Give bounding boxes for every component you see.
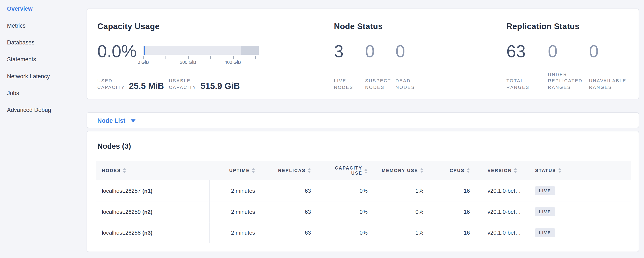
node-id: (n2): [142, 208, 152, 215]
memory-use-cell: 0%: [370, 201, 426, 222]
capacity-gauge-used-marker: [144, 46, 145, 55]
cpus-cell: 16: [426, 222, 472, 243]
total-ranges-count: 63: [506, 42, 548, 61]
cpus-cell: 16: [426, 201, 472, 222]
status-badge: LIVE: [535, 186, 555, 195]
dead-nodes-count: 0: [396, 42, 405, 61]
gauge-tick: [188, 56, 189, 59]
column-header-capacity-use[interactable]: CAPACITY USE: [314, 166, 370, 175]
uptime-cell: 2 minutes: [210, 180, 258, 201]
uptime-cell: 2 minutes: [210, 222, 258, 243]
suspect-nodes-label: SUSPECT NODES: [365, 78, 396, 91]
column-header-nodes[interactable]: NODES: [96, 168, 210, 173]
capacity-usage-section: Capacity Usage 0.0% 0 GiB200 GiB400 GiB …: [98, 21, 334, 99]
node-id: (n3): [142, 229, 152, 236]
gauge-tick: [143, 56, 144, 59]
sidebar-item-overview[interactable]: Overview: [7, 1, 87, 17]
column-header-version[interactable]: VERSION: [472, 168, 534, 173]
used-capacity-value: 25.5 MiB: [129, 81, 164, 91]
cluster-overview-page: Overview Metrics Databases Statements Ne…: [0, 0, 644, 258]
capacity-gauge-labels: 0 GiB200 GiB400 GiB: [143, 59, 259, 65]
status-cell: LIVE: [534, 180, 631, 201]
status-badge: LIVE: [535, 228, 555, 237]
unavailable-ranges-label: UNAVAILABLE RANGES: [589, 78, 626, 91]
sidebar-item-databases[interactable]: Databases: [7, 34, 87, 51]
sidebar: Overview Metrics Databases Statements Ne…: [0, 0, 86, 258]
gauge-tick-label: 200 GiB: [180, 60, 196, 65]
replication-status-section: Replication Status 63 0 0 TOTAL RANGES U…: [506, 21, 628, 99]
sort-icon: [558, 168, 561, 173]
sort-icon: [123, 168, 126, 173]
status-cell: LIVE: [534, 222, 631, 243]
usable-capacity-label: USABLE CAPACITY: [169, 78, 196, 91]
usable-capacity-stat: USABLE CAPACITY 515.9 GiB: [169, 78, 240, 91]
status-cell: LIVE: [534, 201, 631, 222]
node-address-cell[interactable]: localhost:26258 (n3): [96, 222, 210, 243]
unavailable-ranges-count: 0: [589, 42, 598, 61]
sidebar-item-advanced-debug[interactable]: Advanced Debug: [7, 102, 87, 118]
gauge-tick-label: 0 GiB: [138, 60, 149, 65]
dead-nodes-label: DEAD NODES: [396, 78, 415, 91]
replicas-cell: 63: [258, 222, 314, 243]
capacity-used-percent: 0.0%: [98, 42, 137, 61]
capacity-gauge-ticks: [143, 55, 259, 59]
nodes-table-header: NODES UPTIME REPLICAS CAPACITY USE MEMOR…: [96, 161, 631, 180]
capacity-gauge-reserved-segment: [241, 46, 259, 55]
cluster-summary-card: Capacity Usage 0.0% 0 GiB200 GiB400 GiB …: [86, 9, 639, 99]
under-replicated-ranges-label: UNDER- REPLICATED RANGES: [548, 71, 589, 91]
gauge-tick: [233, 56, 234, 59]
suspect-nodes-count: 0: [365, 42, 396, 61]
capacity-usage-title: Capacity Usage: [98, 21, 334, 32]
cpus-cell: 16: [426, 180, 472, 201]
version-cell: v20.1.0-bet…: [472, 222, 534, 243]
gauge-tick: [210, 56, 211, 59]
version-cell: v20.1.0-bet…: [472, 180, 534, 201]
column-header-cpus[interactable]: CPUS: [426, 168, 472, 173]
sort-icon: [466, 168, 470, 173]
usable-capacity-value: 515.9 GiB: [200, 81, 240, 91]
node-list-dropdown[interactable]: Node List: [98, 117, 136, 124]
nodes-table-card: Nodes (3) NODES UPTIME REPLICAS CAPACITY…: [86, 131, 639, 252]
sort-icon: [514, 168, 517, 173]
chevron-down-icon: [131, 119, 136, 122]
column-header-replicas[interactable]: REPLICAS: [258, 168, 314, 173]
capacity-use-cell: 0%: [314, 222, 370, 243]
column-header-status[interactable]: STATUS: [534, 168, 631, 173]
replication-status-title: Replication Status: [506, 21, 628, 32]
used-capacity-stat: USED CAPACITY 25.5 MiB: [98, 78, 164, 91]
node-status-title: Node Status: [334, 21, 506, 32]
sort-icon: [364, 169, 368, 174]
sidebar-item-metrics[interactable]: Metrics: [7, 17, 87, 34]
capacity-gauge: 0 GiB200 GiB400 GiB: [143, 46, 259, 65]
used-capacity-label: USED CAPACITY: [98, 78, 125, 91]
memory-use-cell: 1%: [370, 180, 426, 201]
live-nodes-label: LIVE NODES: [334, 78, 365, 91]
table-row[interactable]: localhost:26259 (n2) 2 minutes 63 0% 0% …: [96, 201, 631, 222]
replicas-cell: 63: [258, 180, 314, 201]
capacity-gauge-bar: [143, 46, 259, 55]
nodes-table: NODES UPTIME REPLICAS CAPACITY USE MEMOR…: [96, 161, 631, 243]
status-badge: LIVE: [535, 207, 555, 216]
column-header-memory-use[interactable]: MEMORY USE: [370, 168, 426, 173]
node-list-dropdown-label: Node List: [98, 117, 126, 124]
sidebar-item-jobs[interactable]: Jobs: [7, 85, 87, 102]
capacity-use-cell: 0%: [314, 201, 370, 222]
node-list-selector-card: Node List: [86, 112, 639, 128]
gauge-tick-label: 400 GiB: [225, 60, 241, 65]
sidebar-item-network-latency[interactable]: Network Latency: [7, 68, 87, 85]
sort-icon: [420, 168, 423, 173]
memory-use-cell: 1%: [370, 222, 426, 243]
gauge-tick: [255, 56, 256, 59]
column-header-uptime[interactable]: UPTIME: [210, 168, 258, 173]
uptime-cell: 2 minutes: [210, 201, 258, 222]
version-cell: v20.1.0-bet…: [472, 201, 534, 222]
live-nodes-count: 3: [334, 42, 365, 61]
node-address-cell[interactable]: localhost:26257 (n1): [96, 180, 210, 201]
table-row[interactable]: localhost:26258 (n3) 2 minutes 63 0% 1% …: [96, 222, 631, 243]
under-replicated-ranges-count: 0: [548, 42, 589, 61]
sort-icon: [308, 168, 311, 173]
table-row[interactable]: localhost:26257 (n1) 2 minutes 63 0% 1% …: [96, 180, 631, 201]
sidebar-item-statements[interactable]: Statements: [7, 51, 87, 68]
node-address-cell[interactable]: localhost:26259 (n2): [96, 201, 210, 222]
gauge-tick: [166, 56, 166, 59]
